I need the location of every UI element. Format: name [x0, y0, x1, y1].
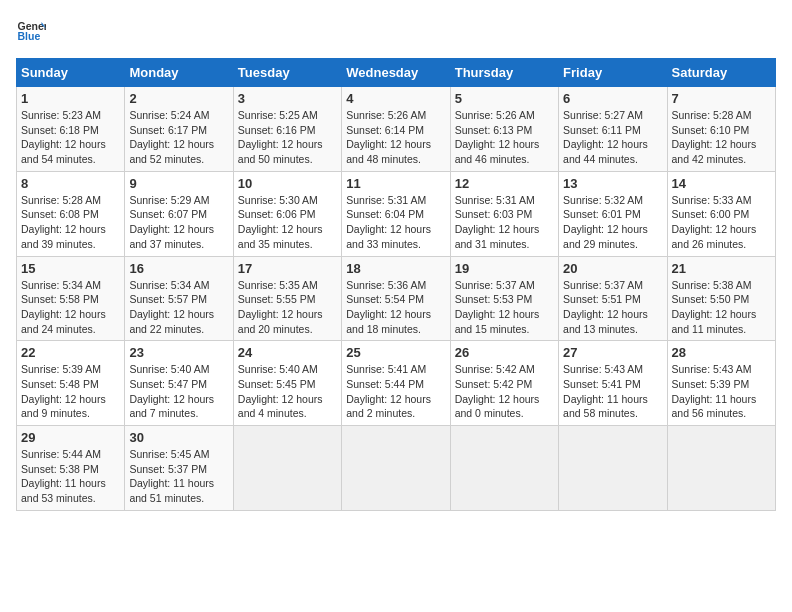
day-number: 10: [238, 176, 337, 191]
page-header: General Blue: [16, 16, 776, 46]
calendar-day-cell: 28Sunrise: 5:43 AM Sunset: 5:39 PM Dayli…: [667, 341, 775, 426]
calendar-week-row: 22Sunrise: 5:39 AM Sunset: 5:48 PM Dayli…: [17, 341, 776, 426]
calendar-day-cell: 22Sunrise: 5:39 AM Sunset: 5:48 PM Dayli…: [17, 341, 125, 426]
day-number: 21: [672, 261, 771, 276]
day-number: 4: [346, 91, 445, 106]
calendar-week-row: 1Sunrise: 5:23 AM Sunset: 6:18 PM Daylig…: [17, 87, 776, 172]
day-info: Sunrise: 5:23 AM Sunset: 6:18 PM Dayligh…: [21, 108, 120, 167]
day-number: 25: [346, 345, 445, 360]
day-number: 13: [563, 176, 662, 191]
calendar-day-cell: 4Sunrise: 5:26 AM Sunset: 6:14 PM Daylig…: [342, 87, 450, 172]
calendar-day-cell: 30Sunrise: 5:45 AM Sunset: 5:37 PM Dayli…: [125, 426, 233, 511]
day-number: 30: [129, 430, 228, 445]
day-info: Sunrise: 5:26 AM Sunset: 6:13 PM Dayligh…: [455, 108, 554, 167]
calendar-day-cell: 8Sunrise: 5:28 AM Sunset: 6:08 PM Daylig…: [17, 171, 125, 256]
calendar-day-cell: 29Sunrise: 5:44 AM Sunset: 5:38 PM Dayli…: [17, 426, 125, 511]
calendar-day-cell: 24Sunrise: 5:40 AM Sunset: 5:45 PM Dayli…: [233, 341, 341, 426]
day-info: Sunrise: 5:24 AM Sunset: 6:17 PM Dayligh…: [129, 108, 228, 167]
weekday-header: Friday: [559, 59, 667, 87]
calendar-day-cell: [450, 426, 558, 511]
weekday-header: Wednesday: [342, 59, 450, 87]
day-number: 8: [21, 176, 120, 191]
day-info: Sunrise: 5:44 AM Sunset: 5:38 PM Dayligh…: [21, 447, 120, 506]
calendar-day-cell: 20Sunrise: 5:37 AM Sunset: 5:51 PM Dayli…: [559, 256, 667, 341]
weekday-header: Thursday: [450, 59, 558, 87]
calendar-day-cell: 10Sunrise: 5:30 AM Sunset: 6:06 PM Dayli…: [233, 171, 341, 256]
day-info: Sunrise: 5:43 AM Sunset: 5:41 PM Dayligh…: [563, 362, 662, 421]
calendar-day-cell: 7Sunrise: 5:28 AM Sunset: 6:10 PM Daylig…: [667, 87, 775, 172]
day-number: 2: [129, 91, 228, 106]
calendar-day-cell: 2Sunrise: 5:24 AM Sunset: 6:17 PM Daylig…: [125, 87, 233, 172]
day-number: 19: [455, 261, 554, 276]
day-number: 12: [455, 176, 554, 191]
day-number: 5: [455, 91, 554, 106]
day-info: Sunrise: 5:39 AM Sunset: 5:48 PM Dayligh…: [21, 362, 120, 421]
calendar-header: SundayMondayTuesdayWednesdayThursdayFrid…: [17, 59, 776, 87]
svg-text:Blue: Blue: [18, 30, 41, 42]
logo: General Blue: [16, 16, 50, 46]
day-info: Sunrise: 5:32 AM Sunset: 6:01 PM Dayligh…: [563, 193, 662, 252]
calendar-day-cell: 21Sunrise: 5:38 AM Sunset: 5:50 PM Dayli…: [667, 256, 775, 341]
day-info: Sunrise: 5:45 AM Sunset: 5:37 PM Dayligh…: [129, 447, 228, 506]
calendar-day-cell: 1Sunrise: 5:23 AM Sunset: 6:18 PM Daylig…: [17, 87, 125, 172]
weekday-header: Sunday: [17, 59, 125, 87]
day-info: Sunrise: 5:33 AM Sunset: 6:00 PM Dayligh…: [672, 193, 771, 252]
calendar-day-cell: 27Sunrise: 5:43 AM Sunset: 5:41 PM Dayli…: [559, 341, 667, 426]
day-number: 26: [455, 345, 554, 360]
day-number: 18: [346, 261, 445, 276]
day-info: Sunrise: 5:36 AM Sunset: 5:54 PM Dayligh…: [346, 278, 445, 337]
calendar-day-cell: [342, 426, 450, 511]
calendar-day-cell: 16Sunrise: 5:34 AM Sunset: 5:57 PM Dayli…: [125, 256, 233, 341]
day-info: Sunrise: 5:29 AM Sunset: 6:07 PM Dayligh…: [129, 193, 228, 252]
day-info: Sunrise: 5:31 AM Sunset: 6:03 PM Dayligh…: [455, 193, 554, 252]
day-info: Sunrise: 5:37 AM Sunset: 5:51 PM Dayligh…: [563, 278, 662, 337]
calendar-day-cell: 19Sunrise: 5:37 AM Sunset: 5:53 PM Dayli…: [450, 256, 558, 341]
day-info: Sunrise: 5:42 AM Sunset: 5:42 PM Dayligh…: [455, 362, 554, 421]
calendar-table: SundayMondayTuesdayWednesdayThursdayFrid…: [16, 58, 776, 511]
day-number: 11: [346, 176, 445, 191]
calendar-day-cell: 14Sunrise: 5:33 AM Sunset: 6:00 PM Dayli…: [667, 171, 775, 256]
calendar-day-cell: [559, 426, 667, 511]
day-number: 16: [129, 261, 228, 276]
day-number: 6: [563, 91, 662, 106]
calendar-day-cell: [667, 426, 775, 511]
day-number: 23: [129, 345, 228, 360]
calendar-day-cell: 6Sunrise: 5:27 AM Sunset: 6:11 PM Daylig…: [559, 87, 667, 172]
day-number: 24: [238, 345, 337, 360]
day-info: Sunrise: 5:43 AM Sunset: 5:39 PM Dayligh…: [672, 362, 771, 421]
day-info: Sunrise: 5:30 AM Sunset: 6:06 PM Dayligh…: [238, 193, 337, 252]
day-number: 22: [21, 345, 120, 360]
day-number: 3: [238, 91, 337, 106]
calendar-day-cell: 26Sunrise: 5:42 AM Sunset: 5:42 PM Dayli…: [450, 341, 558, 426]
calendar-day-cell: 9Sunrise: 5:29 AM Sunset: 6:07 PM Daylig…: [125, 171, 233, 256]
day-number: 29: [21, 430, 120, 445]
day-info: Sunrise: 5:28 AM Sunset: 6:08 PM Dayligh…: [21, 193, 120, 252]
day-info: Sunrise: 5:27 AM Sunset: 6:11 PM Dayligh…: [563, 108, 662, 167]
weekday-header: Tuesday: [233, 59, 341, 87]
day-number: 17: [238, 261, 337, 276]
calendar-week-row: 29Sunrise: 5:44 AM Sunset: 5:38 PM Dayli…: [17, 426, 776, 511]
day-number: 28: [672, 345, 771, 360]
calendar-day-cell: [233, 426, 341, 511]
calendar-week-row: 15Sunrise: 5:34 AM Sunset: 5:58 PM Dayli…: [17, 256, 776, 341]
calendar-day-cell: 13Sunrise: 5:32 AM Sunset: 6:01 PM Dayli…: [559, 171, 667, 256]
calendar-day-cell: 12Sunrise: 5:31 AM Sunset: 6:03 PM Dayli…: [450, 171, 558, 256]
day-info: Sunrise: 5:28 AM Sunset: 6:10 PM Dayligh…: [672, 108, 771, 167]
day-info: Sunrise: 5:25 AM Sunset: 6:16 PM Dayligh…: [238, 108, 337, 167]
day-info: Sunrise: 5:34 AM Sunset: 5:57 PM Dayligh…: [129, 278, 228, 337]
calendar-day-cell: 5Sunrise: 5:26 AM Sunset: 6:13 PM Daylig…: [450, 87, 558, 172]
day-info: Sunrise: 5:26 AM Sunset: 6:14 PM Dayligh…: [346, 108, 445, 167]
day-info: Sunrise: 5:37 AM Sunset: 5:53 PM Dayligh…: [455, 278, 554, 337]
day-info: Sunrise: 5:35 AM Sunset: 5:55 PM Dayligh…: [238, 278, 337, 337]
header-row: SundayMondayTuesdayWednesdayThursdayFrid…: [17, 59, 776, 87]
day-number: 27: [563, 345, 662, 360]
day-info: Sunrise: 5:41 AM Sunset: 5:44 PM Dayligh…: [346, 362, 445, 421]
calendar-day-cell: 15Sunrise: 5:34 AM Sunset: 5:58 PM Dayli…: [17, 256, 125, 341]
day-info: Sunrise: 5:34 AM Sunset: 5:58 PM Dayligh…: [21, 278, 120, 337]
weekday-header: Monday: [125, 59, 233, 87]
day-number: 9: [129, 176, 228, 191]
day-number: 15: [21, 261, 120, 276]
day-info: Sunrise: 5:40 AM Sunset: 5:45 PM Dayligh…: [238, 362, 337, 421]
day-info: Sunrise: 5:40 AM Sunset: 5:47 PM Dayligh…: [129, 362, 228, 421]
calendar-day-cell: 3Sunrise: 5:25 AM Sunset: 6:16 PM Daylig…: [233, 87, 341, 172]
